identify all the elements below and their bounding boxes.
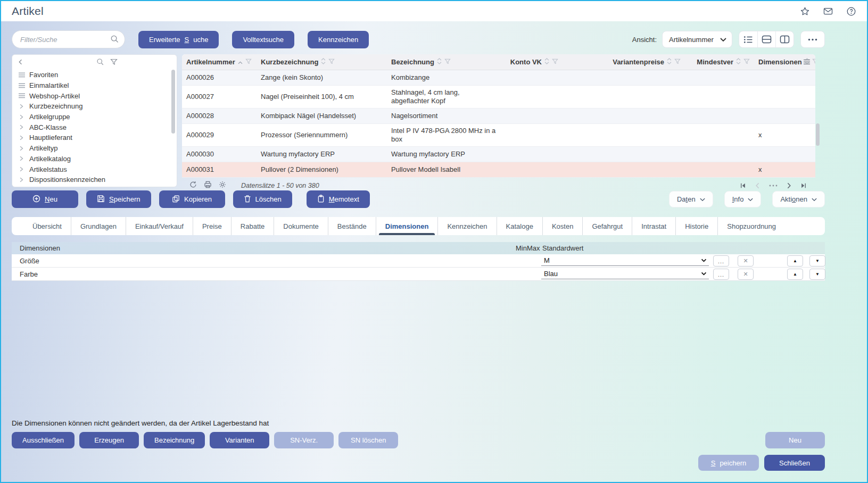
table-row[interactable]: A000027 Nagel (Preiseinheit 100), 4 cm S… [182,86,815,109]
column-chooser-icon[interactable] [799,54,814,70]
column-header-bezeichnung[interactable]: Bezeichnung [387,54,501,70]
next-page-icon[interactable] [787,182,791,189]
tree-item-dispositionskennzeichen[interactable]: Dispositionskennzeichen [19,174,177,185]
tree-item-artikelstatus[interactable]: Artikelstatus [19,164,177,174]
tab-intrastat[interactable]: Intrastat [632,217,676,235]
tree-item-webshop-artikel[interactable]: Webshop-Artikel [19,90,177,101]
tab-preise[interactable]: Preise [193,217,232,235]
sort-both-icon[interactable] [667,58,672,66]
daten-menu-button[interactable]: Daten [669,191,713,207]
varianten-button[interactable]: Varianten [210,432,269,448]
column-header-kurzbezeichnung[interactable]: Kurzbezeichnung [257,54,387,70]
memotext-button[interactable]: Memotext [307,190,370,208]
table-row[interactable]: A000030 Wartung myfactory ERP Wartung my… [182,147,815,162]
tree-item-artikelkatalog[interactable]: Artikelkatalog [19,154,177,164]
move-up-button[interactable]: ▲ [787,255,803,267]
filter-funnel-icon[interactable] [552,58,558,66]
neu-button[interactable]: Neu [12,190,78,208]
settings-gear-icon[interactable] [219,181,226,190]
tree-filter-icon[interactable] [110,58,118,68]
tab-gefahrgut[interactable]: Gefahrgut [583,217,632,235]
table-row[interactable]: A000028 Kombipack Nägel (Handelsset) Nag… [182,109,815,124]
tree-item-kurzbezeichnung[interactable]: Kurzbezeichnung [19,101,177,112]
loeschen-button[interactable]: Löschen [233,190,292,208]
tab-kosten[interactable]: Kosten [543,217,583,235]
favorite-star-icon[interactable] [800,6,810,16]
advanced-search-button[interactable]: Erweiterte Suche [138,31,219,48]
collapse-panel-icon[interactable] [18,57,23,67]
tab-dokumente[interactable]: Dokumente [274,217,328,235]
column-header-artikelnummer[interactable]: Artikelnummer [182,54,257,70]
fulltext-search-button[interactable]: Volltextsuche [232,31,294,48]
grid-scrollbar[interactable] [816,123,820,146]
tab-dimensionen[interactable]: Dimensionen [376,217,439,235]
filter-funnel-icon[interactable] [743,58,750,66]
move-down-button[interactable]: ▼ [809,269,825,280]
info-menu-button[interactable]: Info [724,191,762,207]
table-row[interactable]: A000029 Prozessor (Seriennummern) Intel … [182,124,815,147]
ausschliessen-button[interactable]: Ausschließen [12,432,75,448]
help-icon[interactable] [846,6,856,16]
tree-item-abc-klasse[interactable]: ABC-Klasse [19,122,177,132]
column-header-konto-vk[interactable]: Konto VK [501,54,563,70]
standardwert-select-groesse[interactable]: M [541,255,709,266]
browse-values-button[interactable]: ... [713,255,729,267]
sort-both-icon[interactable] [321,58,326,66]
tab-einkauf-verkauf[interactable]: Einkauf/Verkauf [126,217,193,235]
last-page-icon[interactable] [800,182,807,189]
table-row-selected[interactable]: A000031 Pullover (2 Dimensionen) Pullove… [182,162,815,178]
horizontal-split-view-icon[interactable] [757,31,775,48]
bezeichnung-button[interactable]: Bezeichnung [144,432,205,448]
tab-uebersicht[interactable]: Übersicht [23,217,71,235]
move-down-button[interactable]: ▼ [809,255,825,267]
sort-asc-icon[interactable] [238,58,243,66]
more-options-button[interactable] [800,31,825,48]
filter-funnel-icon[interactable] [328,58,335,66]
footer-schliessen-button[interactable]: Schließen [764,455,825,471]
tab-grundlagen[interactable]: Grundlagen [71,217,126,235]
tree-item-einmalartikel[interactable]: Einmalartikel [19,80,177,91]
print-icon[interactable] [204,181,212,190]
first-page-icon[interactable] [740,182,746,189]
browse-values-button[interactable]: ... [713,269,729,280]
previous-page-icon[interactable] [755,182,760,189]
sort-both-icon[interactable] [437,58,442,66]
list-view-icon[interactable] [739,31,757,48]
filter-funnel-icon[interactable] [444,58,451,66]
kopieren-button[interactable]: Kopieren [159,190,225,208]
tree-item-favoriten[interactable]: Favoriten [19,70,177,80]
filter-funnel-icon[interactable] [674,58,681,66]
refresh-icon[interactable] [189,181,197,190]
filter-funnel-icon[interactable] [245,58,252,66]
sort-both-icon[interactable] [544,58,549,66]
vertical-split-view-icon[interactable] [775,31,793,48]
tab-kennzeichen[interactable]: Kennzeichen [438,217,497,235]
tree-search-icon[interactable] [96,58,104,68]
tree-item-artikelgruppe[interactable]: Artikelgruppe [19,112,177,122]
view-select[interactable]: Artikelnummer [662,31,732,48]
tab-shopzuordnung[interactable]: Shopzuordnung [718,217,785,235]
column-header-mindestver[interactable]: Mindestver [685,54,754,70]
search-icon[interactable] [110,35,119,45]
tab-historie[interactable]: Historie [676,217,718,235]
standardwert-select-farbe[interactable]: Blau [541,269,709,279]
tree-scrollbar[interactable] [171,70,175,134]
speichern-button[interactable]: Speichern [86,190,151,208]
clear-value-button[interactable]: ✕ [738,255,754,267]
clear-value-button[interactable]: ✕ [738,269,754,280]
page-list-icon[interactable] [769,185,778,187]
kennzeichen-button[interactable]: Kennzeichen [308,31,369,48]
erzeugen-button[interactable]: Erzeugen [79,432,139,448]
aktionen-menu-button[interactable]: Aktionen [772,191,825,207]
tab-bestaende[interactable]: Bestände [328,217,376,235]
mail-icon[interactable] [823,6,833,16]
tab-kataloge[interactable]: Kataloge [497,217,543,235]
column-header-dimensionen[interactable]: Dimensionen [754,54,799,70]
move-up-button[interactable]: ▲ [787,269,803,280]
sort-both-icon[interactable] [736,58,741,66]
tab-rabatte[interactable]: Rabatte [232,217,275,235]
table-row[interactable]: A000026 Zange (kein Skonto) Kombizange [182,70,815,86]
tree-item-hauptlieferant[interactable]: Hauptlieferant [19,132,177,143]
tree-item-artikeltyp[interactable]: Artikeltyp [19,143,177,154]
search-input[interactable] [12,30,125,48]
